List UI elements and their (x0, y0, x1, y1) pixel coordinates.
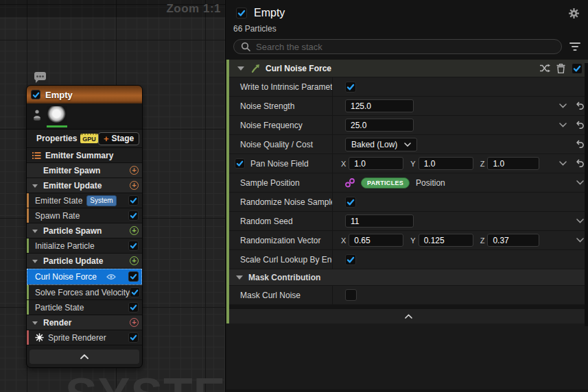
gear-icon[interactable] (568, 8, 580, 19)
emitter-enabled-checkbox[interactable] (31, 90, 40, 99)
node-section-particle-update[interactable]: Particle Update + (27, 254, 142, 269)
module-enabled-checkbox[interactable] (128, 332, 139, 343)
reset-icon[interactable] (574, 101, 584, 110)
node-row-particle-state[interactable]: Particle State (27, 300, 142, 315)
search-input[interactable]: Search the stack (233, 39, 562, 54)
noise-frequency-input[interactable] (345, 119, 414, 132)
chevron-down-icon[interactable] (237, 66, 244, 71)
panel-title: Empty (254, 7, 285, 19)
node-row-curl-noise-force[interactable]: Curl Noise Force (27, 269, 142, 285)
property-row-noise-quality: Noise Quality / Cost Baked (Low) (229, 135, 588, 154)
chevron-down-icon[interactable] (559, 103, 567, 108)
module-enabled-checkbox[interactable] (128, 302, 139, 313)
emitter-thumbnail-row (27, 103, 142, 130)
scrollbar-track[interactable] (585, 63, 588, 326)
property-label: Noise Quality / Cost (229, 135, 333, 154)
curl-noise-force-header[interactable]: Curl Noise Force (229, 60, 588, 77)
add-stage-button[interactable]: + Stage (98, 132, 139, 145)
emitter-node[interactable]: Empty Properties GPU + (26, 85, 143, 368)
chevron-down-icon[interactable] (32, 230, 38, 233)
scale-curl-checkbox[interactable] (345, 254, 356, 265)
eye-icon[interactable] (106, 273, 116, 280)
property-label: Noise Frequency (229, 116, 333, 134)
chevron-down-icon[interactable] (32, 321, 38, 325)
node-row-emitter-summary[interactable]: Emitter Summary (27, 148, 142, 163)
trash-icon[interactable] (556, 64, 565, 73)
randomize-noise-checkbox[interactable] (345, 197, 356, 208)
stage-color-bar (27, 208, 29, 223)
axis-z-label: Z (480, 160, 485, 168)
property-label: Randomize Noise Sample (229, 193, 333, 211)
pan-noise-field-checkbox[interactable] (235, 158, 245, 169)
link-icon (345, 178, 355, 188)
chevron-down-icon[interactable] (559, 161, 567, 166)
node-row-sprite-renderer[interactable]: Sprite Renderer (27, 330, 142, 345)
stage-color-bar (27, 238, 29, 253)
mask-contribution-header[interactable]: Mask Contribution (229, 269, 588, 286)
particles-namespace-badge[interactable]: PARTICLES (361, 177, 410, 188)
linked-attribute-name[interactable]: Position (416, 178, 445, 188)
add-module-icon[interactable]: + (130, 226, 139, 235)
add-module-icon[interactable]: + (130, 166, 139, 175)
node-section-render[interactable]: Render + (27, 315, 142, 330)
node-row-solve-forces[interactable]: Solve Forces and Velocity (27, 285, 142, 300)
emitter-node-title: Empty (45, 90, 73, 100)
node-section-emitter-spawn[interactable]: Emitter Spawn + (27, 163, 142, 178)
node-section-emitter-update[interactable]: Emitter Update + (27, 178, 142, 193)
property-row-randomization-vector: Randomization Vector X Y Z (229, 231, 588, 250)
module-enabled-checkbox[interactable] (130, 287, 140, 297)
write-intrinsic-checkbox[interactable] (345, 82, 356, 93)
chevron-down-icon[interactable] (559, 123, 567, 127)
pan-z-input[interactable] (487, 157, 539, 170)
noise-strength-input[interactable] (345, 99, 414, 112)
node-row-initialize-particle[interactable]: Initialize Particle (27, 238, 142, 254)
rand-z-input[interactable] (487, 234, 539, 247)
random-seed-input[interactable] (345, 215, 414, 228)
add-renderer-icon[interactable]: + (130, 318, 139, 327)
pan-y-input[interactable] (419, 157, 473, 170)
chevron-down-icon[interactable] (32, 184, 38, 188)
rand-x-input[interactable] (349, 234, 403, 247)
chevron-down-icon[interactable] (32, 260, 38, 263)
chevron-down-icon[interactable] (576, 238, 584, 243)
emitter-node-header[interactable]: Empty (27, 86, 142, 103)
add-module-icon[interactable]: + (130, 181, 139, 190)
node-row-properties[interactable]: Properties GPU + Stage (27, 130, 142, 148)
node-section-particle-spawn[interactable]: Particle Spawn + (27, 223, 142, 238)
filter-icon[interactable] (569, 42, 581, 51)
node-row-emitter-state[interactable]: Emitter State System (27, 193, 142, 208)
emitter-thumbnail[interactable] (47, 106, 67, 127)
niagara-graph-canvas[interactable]: Zoom 1:1 SYSTEM Empty (0, 0, 226, 392)
stage-color-bar (27, 300, 29, 315)
property-row-mask-curl-noise: Mask Curl Noise (229, 286, 588, 305)
module-enabled-checkbox[interactable] (128, 195, 139, 206)
module-enabled-checkbox[interactable] (128, 241, 139, 251)
module-enabled-checkbox[interactable] (128, 271, 139, 282)
properties-label: Properties (36, 134, 77, 143)
chevron-up-icon (80, 354, 89, 359)
reset-icon[interactable] (574, 121, 584, 130)
mask-curl-noise-checkbox[interactable] (345, 289, 357, 301)
chevron-down-icon[interactable] (576, 180, 584, 185)
module-stack: Curl Noise Force Write to Intrins (226, 60, 588, 323)
stack-collapse-button[interactable] (229, 309, 588, 323)
rand-y-input[interactable] (419, 234, 473, 247)
shuffle-icon[interactable] (539, 64, 550, 73)
module-enabled-checkbox[interactable] (572, 63, 583, 74)
module-enabled-checkbox[interactable] (128, 210, 139, 221)
comment-bubble-icon[interactable] (34, 72, 46, 80)
emitter-enabled-checkbox[interactable] (236, 8, 247, 19)
property-row-noise-frequency: Noise Frequency (229, 116, 588, 135)
property-row-random-seed: Random Seed (229, 212, 588, 231)
node-collapse-button[interactable] (30, 350, 139, 364)
search-row: Search the stack (226, 34, 588, 60)
noise-quality-dropdown[interactable]: Baked (Low) (345, 138, 417, 151)
add-module-icon[interactable]: + (130, 256, 139, 265)
pan-x-input[interactable] (349, 157, 403, 170)
chevron-down-icon[interactable] (576, 219, 584, 223)
node-row-spawn-rate[interactable]: Spawn Rate (27, 208, 142, 223)
property-label: Sample Position (229, 173, 333, 192)
reset-icon[interactable] (574, 140, 584, 149)
plus-icon: + (104, 134, 109, 144)
reset-icon[interactable] (574, 159, 584, 168)
